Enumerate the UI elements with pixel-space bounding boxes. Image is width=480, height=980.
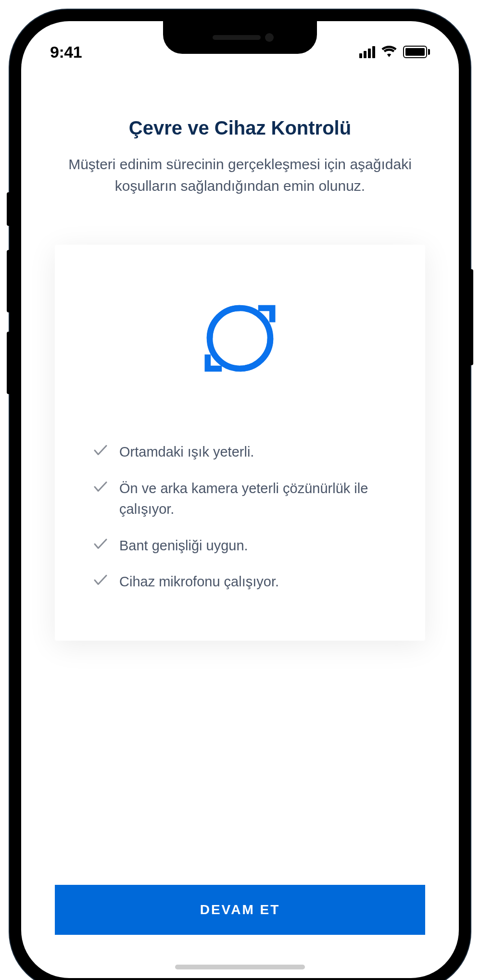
cellular-signal-icon [359,46,375,58]
check-icon [93,481,108,495]
checklist: Ortamdaki ışık yeterli. Ön ve arka kamer… [84,442,396,593]
phone-screen: 9:41 [21,21,459,978]
checklist-text: Cihaz mikrofonu çalışıyor. [119,571,279,593]
check-icon [93,445,108,458]
volume-up-button [7,250,11,312]
check-card: Ortamdaki ışık yeterli. Ön ve arka kamer… [55,245,425,641]
checklist-item: Bant genişliği uygun. [93,535,396,557]
wifi-icon [381,45,397,59]
checklist-text: Ön ve arka kamera yeterli çözünürlük ile… [119,478,396,520]
refresh-icon [84,288,396,389]
front-camera [265,33,274,42]
volume-down-button [7,332,11,394]
battery-icon [403,46,430,58]
button-container: DEVAM ET [50,885,430,959]
page-subtitle: Müşteri edinim sürecinin gerçekleşmesi i… [50,153,430,197]
status-time: 9:41 [50,43,82,62]
continue-button[interactable]: DEVAM ET [55,885,425,935]
check-icon [93,538,108,552]
phone-frame: 9:41 [10,10,470,980]
notch [163,21,317,54]
checklist-text: Ortamdaki ışık yeterli. [119,442,254,463]
checklist-item: Cihaz mikrofonu çalışıyor. [93,571,396,593]
content-area: Çevre ve Cihaz Kontrolü Müşteri edinim s… [21,69,459,978]
status-icons [359,45,430,59]
mute-switch [7,192,11,226]
checklist-item: Ön ve arka kamera yeterli çözünürlük ile… [93,478,396,520]
check-icon [93,574,108,588]
checklist-text: Bant genişliği uygun. [119,535,248,557]
speaker [213,35,261,40]
home-indicator[interactable] [175,965,305,969]
page-title: Çevre ve Cihaz Kontrolü [50,117,430,139]
checklist-item: Ortamdaki ışık yeterli. [93,442,396,463]
power-button [469,269,473,365]
